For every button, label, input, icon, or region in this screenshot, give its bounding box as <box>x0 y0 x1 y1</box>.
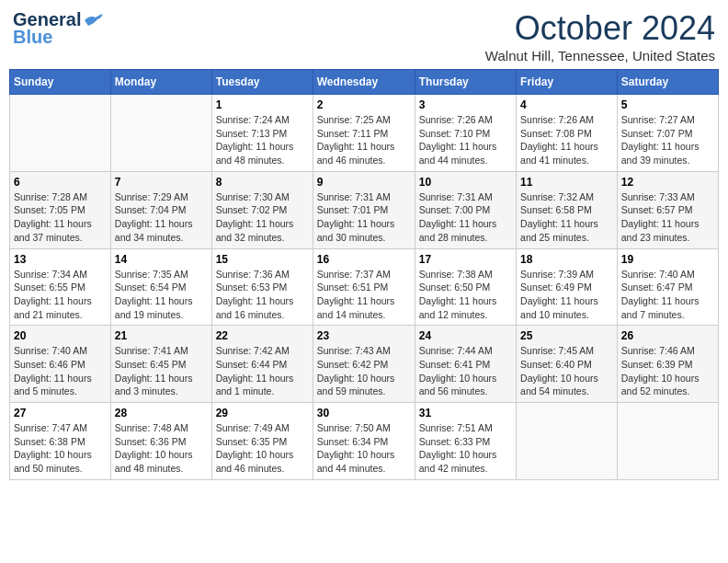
calendar-cell: 11Sunrise: 7:32 AM Sunset: 6:58 PM Dayli… <box>517 171 618 248</box>
day-info: Sunrise: 7:27 AM Sunset: 7:07 PM Dayligh… <box>621 113 714 167</box>
day-number: 23 <box>317 329 411 342</box>
calendar-cell: 13Sunrise: 7:34 AM Sunset: 6:55 PM Dayli… <box>10 248 111 326</box>
day-number: 24 <box>419 329 512 342</box>
calendar-cell: 17Sunrise: 7:38 AM Sunset: 6:50 PM Dayli… <box>415 248 516 326</box>
calendar-cell: 28Sunrise: 7:48 AM Sunset: 6:36 PM Dayli… <box>110 403 211 480</box>
day-number: 3 <box>419 98 512 111</box>
day-number: 2 <box>317 98 411 111</box>
calendar-table: SundayMondayTuesdayWednesdayThursdayFrid… <box>9 69 719 480</box>
day-info: Sunrise: 7:35 AM Sunset: 6:54 PM Dayligh… <box>115 268 208 322</box>
calendar-cell: 30Sunrise: 7:50 AM Sunset: 6:34 PM Dayli… <box>313 403 415 480</box>
day-number: 29 <box>216 407 309 419</box>
day-info: Sunrise: 7:26 AM Sunset: 7:10 PM Dayligh… <box>419 113 512 167</box>
day-info: Sunrise: 7:30 AM Sunset: 7:02 PM Dayligh… <box>216 190 309 245</box>
day-info: Sunrise: 7:44 AM Sunset: 6:41 PM Dayligh… <box>419 344 512 398</box>
logo-bird-icon <box>83 13 103 28</box>
calendar-cell <box>110 95 211 172</box>
day-info: Sunrise: 7:40 AM Sunset: 6:46 PM Dayligh… <box>14 344 107 398</box>
day-info: Sunrise: 7:36 AM Sunset: 6:53 PM Dayligh… <box>216 268 309 322</box>
day-number: 20 <box>14 329 107 342</box>
day-number: 6 <box>14 176 107 189</box>
day-info: Sunrise: 7:48 AM Sunset: 6:36 PM Dayligh… <box>115 421 208 476</box>
day-info: Sunrise: 7:37 AM Sunset: 6:51 PM Dayligh… <box>317 268 411 322</box>
day-info: Sunrise: 7:25 AM Sunset: 7:11 PM Dayligh… <box>317 113 411 167</box>
day-number: 14 <box>115 253 208 266</box>
day-number: 11 <box>520 176 613 189</box>
header-tuesday: Tuesday <box>211 70 313 95</box>
calendar-cell: 22Sunrise: 7:42 AM Sunset: 6:44 PM Dayli… <box>211 326 313 403</box>
header-thursday: Thursday <box>415 70 516 95</box>
logo-text-blue: Blue <box>13 27 52 48</box>
day-number: 30 <box>317 407 411 419</box>
calendar-cell: 6Sunrise: 7:28 AM Sunset: 7:05 PM Daylig… <box>10 171 111 248</box>
day-info: Sunrise: 7:33 AM Sunset: 6:57 PM Dayligh… <box>621 190 714 245</box>
title-section: October 2024 Walnut Hill, Tennessee, Uni… <box>485 9 715 63</box>
calendar-cell: 2Sunrise: 7:25 AM Sunset: 7:11 PM Daylig… <box>313 95 415 172</box>
day-info: Sunrise: 7:51 AM Sunset: 6:33 PM Dayligh… <box>419 421 512 476</box>
calendar-cell: 7Sunrise: 7:29 AM Sunset: 7:04 PM Daylig… <box>110 171 211 248</box>
day-info: Sunrise: 7:31 AM Sunset: 7:00 PM Dayligh… <box>419 190 512 245</box>
day-number: 9 <box>317 176 411 189</box>
calendar-cell: 10Sunrise: 7:31 AM Sunset: 7:00 PM Dayli… <box>415 171 516 248</box>
day-info: Sunrise: 7:41 AM Sunset: 6:45 PM Dayligh… <box>115 344 208 398</box>
day-info: Sunrise: 7:32 AM Sunset: 6:58 PM Dayligh… <box>520 190 613 245</box>
calendar-week-5: 27Sunrise: 7:47 AM Sunset: 6:38 PM Dayli… <box>10 403 719 480</box>
day-info: Sunrise: 7:40 AM Sunset: 6:47 PM Dayligh… <box>621 268 714 322</box>
day-info: Sunrise: 7:47 AM Sunset: 6:38 PM Dayligh… <box>14 421 107 476</box>
header-sunday: Sunday <box>10 70 111 95</box>
calendar-cell <box>517 403 618 480</box>
header-saturday: Saturday <box>617 70 718 95</box>
day-number: 16 <box>317 253 411 266</box>
calendar-cell: 15Sunrise: 7:36 AM Sunset: 6:53 PM Dayli… <box>211 248 313 326</box>
calendar-cell: 16Sunrise: 7:37 AM Sunset: 6:51 PM Dayli… <box>313 248 415 326</box>
day-number: 28 <box>115 407 208 419</box>
calendar-cell: 26Sunrise: 7:46 AM Sunset: 6:39 PM Dayli… <box>617 326 718 403</box>
day-number: 19 <box>621 253 714 266</box>
calendar-cell: 9Sunrise: 7:31 AM Sunset: 7:01 PM Daylig… <box>313 171 415 248</box>
day-number: 1 <box>216 98 309 111</box>
calendar-cell: 5Sunrise: 7:27 AM Sunset: 7:07 PM Daylig… <box>617 95 718 172</box>
calendar-cell: 29Sunrise: 7:49 AM Sunset: 6:35 PM Dayli… <box>211 403 313 480</box>
header-monday: Monday <box>110 70 211 95</box>
day-number: 4 <box>520 98 613 111</box>
calendar-cell <box>617 403 718 480</box>
day-info: Sunrise: 7:39 AM Sunset: 6:49 PM Dayligh… <box>520 268 613 322</box>
calendar-week-4: 20Sunrise: 7:40 AM Sunset: 6:46 PM Dayli… <box>10 326 719 403</box>
day-number: 21 <box>115 329 208 342</box>
calendar-cell: 19Sunrise: 7:40 AM Sunset: 6:47 PM Dayli… <box>617 248 718 326</box>
month-title: October 2024 <box>485 9 715 48</box>
day-info: Sunrise: 7:45 AM Sunset: 6:40 PM Dayligh… <box>520 344 613 398</box>
day-info: Sunrise: 7:34 AM Sunset: 6:55 PM Dayligh… <box>14 268 107 322</box>
calendar-cell: 3Sunrise: 7:26 AM Sunset: 7:10 PM Daylig… <box>415 95 516 172</box>
day-info: Sunrise: 7:38 AM Sunset: 6:50 PM Dayligh… <box>419 268 512 322</box>
day-info: Sunrise: 7:29 AM Sunset: 7:04 PM Dayligh… <box>115 190 208 245</box>
day-info: Sunrise: 7:28 AM Sunset: 7:05 PM Dayligh… <box>14 190 107 245</box>
header-friday: Friday <box>517 70 618 95</box>
day-number: 13 <box>14 253 107 266</box>
calendar-cell: 21Sunrise: 7:41 AM Sunset: 6:45 PM Dayli… <box>110 326 211 403</box>
day-number: 8 <box>216 176 309 189</box>
day-number: 26 <box>621 329 714 342</box>
day-number: 31 <box>419 407 512 419</box>
day-number: 12 <box>621 176 714 189</box>
header-wednesday: Wednesday <box>313 70 415 95</box>
calendar-cell: 4Sunrise: 7:26 AM Sunset: 7:08 PM Daylig… <box>517 95 618 172</box>
day-info: Sunrise: 7:50 AM Sunset: 6:34 PM Dayligh… <box>317 421 411 476</box>
calendar-cell: 25Sunrise: 7:45 AM Sunset: 6:40 PM Dayli… <box>517 326 618 403</box>
day-info: Sunrise: 7:26 AM Sunset: 7:08 PM Dayligh… <box>520 113 613 167</box>
calendar-cell: 18Sunrise: 7:39 AM Sunset: 6:49 PM Dayli… <box>517 248 618 326</box>
calendar-cell: 14Sunrise: 7:35 AM Sunset: 6:54 PM Dayli… <box>110 248 211 326</box>
day-info: Sunrise: 7:31 AM Sunset: 7:01 PM Dayligh… <box>317 190 411 245</box>
day-number: 22 <box>216 329 309 342</box>
calendar-cell: 31Sunrise: 7:51 AM Sunset: 6:33 PM Dayli… <box>415 403 516 480</box>
calendar-week-1: 1Sunrise: 7:24 AM Sunset: 7:13 PM Daylig… <box>10 95 719 172</box>
day-number: 10 <box>419 176 512 189</box>
day-info: Sunrise: 7:43 AM Sunset: 6:42 PM Dayligh… <box>317 344 411 398</box>
page-header: General Blue October 2024 Walnut Hill, T… <box>9 9 719 63</box>
calendar-header-row: SundayMondayTuesdayWednesdayThursdayFrid… <box>10 70 719 95</box>
day-number: 5 <box>621 98 714 111</box>
calendar-week-3: 13Sunrise: 7:34 AM Sunset: 6:55 PM Dayli… <box>10 248 719 326</box>
calendar-cell: 12Sunrise: 7:33 AM Sunset: 6:57 PM Dayli… <box>617 171 718 248</box>
logo: General Blue <box>13 9 103 48</box>
day-info: Sunrise: 7:46 AM Sunset: 6:39 PM Dayligh… <box>621 344 714 398</box>
